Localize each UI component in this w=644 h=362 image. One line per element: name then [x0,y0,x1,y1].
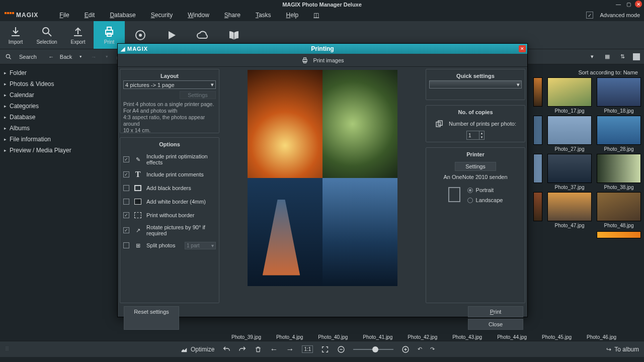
back-arrow-icon[interactable]: ← [47,52,56,61]
quick-settings-panel: Quick settings [426,69,525,100]
thumbnail[interactable] [547,77,592,107]
sidebar-database[interactable]: Database [0,112,115,123]
search-icon[interactable] [4,52,13,61]
menu-file[interactable]: File [59,12,69,19]
no-border-icon [133,211,142,220]
rotate-icon: ↗ [133,226,142,235]
quick-settings-dropdown[interactable] [429,80,522,88]
options-panel: Options ✎Include print optimization effe… [120,137,219,303]
sort-label[interactable]: Sort according to: Name [530,67,641,77]
opt-split-check[interactable] [123,242,129,248]
menu-share[interactable]: Share [224,12,240,19]
thumbnail[interactable] [547,154,592,183]
advanced-mode-check[interactable] [586,12,593,19]
split-parts-dropdown[interactable]: 1 part [185,242,216,249]
rotate-left-button[interactable]: ↶ [418,346,422,352]
thumbnail[interactable] [597,231,641,238]
view-dropdown-icon[interactable]: ▾ [588,52,597,61]
menu-security[interactable]: Security [151,12,173,19]
zoom-out-button[interactable] [337,345,345,353]
next-button[interactable]: → [286,345,294,354]
thumbnail[interactable] [597,154,641,183]
copies-spinner[interactable]: ▲▼ [466,131,485,140]
prev-button[interactable]: ← [270,345,278,354]
sidebar-preview[interactable]: Preview / Media Player [0,145,115,156]
printer-settings-button[interactable]: Settings [455,162,496,171]
menu-help[interactable]: Help [286,12,299,19]
sidebar-categories[interactable]: Categories [0,101,115,112]
import-icon [9,25,22,38]
menu-window[interactable]: Window [188,12,209,19]
window-close-button[interactable]: ✕ [635,1,642,8]
maximize-button[interactable]: ▢ [625,1,632,8]
thumbnail[interactable] [547,116,592,145]
sidebar-folder[interactable]: Folder [0,67,115,78]
ratio-button[interactable]: 1:1 [302,345,313,353]
opt-black-border-check[interactable] [123,185,129,191]
menu-tasks[interactable]: Tasks [256,12,271,19]
thumbnail[interactable] [597,192,641,221]
optimize-button[interactable]: Optimize [181,346,214,353]
thumbnail[interactable] [597,116,641,145]
svg-point-6 [6,54,10,58]
layout-title: Layout [123,71,216,80]
back-dropdown-icon[interactable]: ▼ [76,52,85,61]
to-album-button[interactable]: ↪To album [606,346,639,353]
forward-arrow-icon[interactable]: → [89,52,98,61]
zoom-in-button[interactable] [401,345,410,353]
close-dialog-button[interactable]: Close [468,319,523,330]
app-title: MAGIX Photo Manager Deluxe [282,2,362,8]
redo-button[interactable] [238,345,247,353]
delete-button[interactable] [255,345,262,353]
thumbnail[interactable] [547,192,592,221]
portrait-radio[interactable] [467,188,473,193]
landscape-radio[interactable] [467,198,473,203]
zoom-slider[interactable] [353,349,393,350]
opt-optimization-check[interactable] [123,156,129,162]
opt-comments-check[interactable] [123,171,129,177]
selection-button[interactable]: Selection [31,21,62,49]
play-icon [165,29,178,42]
grid-view-icon[interactable]: ▦ [603,52,612,61]
forward-dropdown-icon[interactable]: ▼ [102,52,111,61]
menu-extra-icon[interactable]: ◫ [313,12,319,19]
spinner-down[interactable]: ▼ [479,135,484,139]
dialog-close-button[interactable]: ✕ [519,45,526,52]
sidebar-file-info[interactable]: File information [0,134,115,145]
svg-rect-10 [304,57,306,59]
sidebar-calendar[interactable]: Calendar [0,89,115,101]
panel-icon[interactable] [633,53,640,60]
reset-settings-button[interactable]: Reset settings [124,306,179,330]
export-button[interactable]: Export [62,21,94,49]
layout-dropdown[interactable]: 4 pictures -> 1 page [123,80,216,89]
tab-print-images[interactable]: Print images [313,57,344,63]
sort-icon[interactable]: ⇅ [618,52,627,61]
copies-input[interactable] [467,131,479,139]
layout-settings-button[interactable]: Settings [180,91,216,99]
opt-no-border-check[interactable] [123,212,129,218]
svg-rect-2 [107,27,111,30]
undo-button[interactable] [222,345,230,353]
spinner-up[interactable]: ▲ [479,131,484,135]
printer-title: Printer [466,150,484,159]
opt-rotate-check[interactable] [123,227,129,233]
sidebar-albums[interactable]: Albums [0,123,115,134]
back-label[interactable]: Back [60,54,72,60]
thumbnail[interactable] [597,77,641,107]
printing-dialog: ◢MAGIX Printing ✕ Print images Layout 4 … [117,43,528,317]
fullscreen-button[interactable] [321,345,329,353]
copies-panel: No. of copies Number of prints per photo… [426,105,525,142]
menu-edit[interactable]: Edit [85,12,95,19]
print-action-button[interactable]: Print [468,306,523,317]
bottom-toolbar: ⠿ Optimize ← → 1:1 ↶ ↷ ↪To album [0,341,644,357]
advanced-mode-label: Advanced mode [600,12,640,18]
minimize-button[interactable]: — [615,1,622,8]
import-button[interactable]: Import [0,21,31,49]
search-icon [40,25,53,38]
opt-white-border-check[interactable] [123,199,129,205]
rotate-right-button[interactable]: ↷ [430,346,435,352]
search-label[interactable]: Search [19,54,37,60]
menu-database[interactable]: Database [110,12,135,19]
sidebar-photos-videos[interactable]: Photos & Videos [0,78,115,89]
text-icon: T [133,170,142,179]
